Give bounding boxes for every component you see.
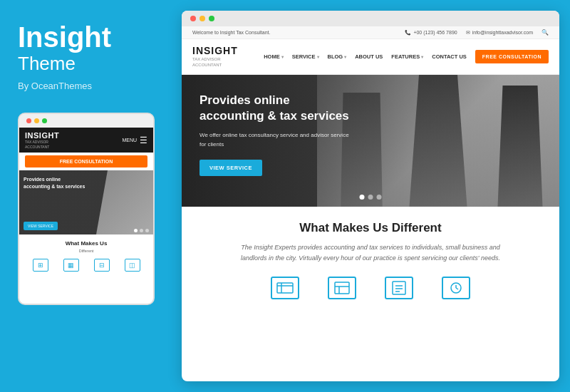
hero-carousel-dots <box>360 195 382 200</box>
mobile-top-bar <box>19 114 153 128</box>
hero-dot-1 <box>360 195 365 200</box>
svg-rect-0 <box>277 283 293 293</box>
desktop-wmud-section: What Makes Us Different The Insight Expe… <box>182 207 559 311</box>
mobile-bottom-section: What Makes Us Different ⊞ ▦ ⊟ ◫ <box>19 234 153 277</box>
desktop-top-bar <box>182 11 559 26</box>
mobile-mockup: INSIGHT TAX ADVISORACCOUNTANT MENU ☰ FRE… <box>18 113 155 305</box>
brand-title: Insight <box>18 21 157 53</box>
mobile-icon-1: ⊞ <box>33 259 48 272</box>
desktop-logo: INSIGHT TAX ADVISORACCOUNTANT <box>192 45 238 68</box>
header-contact: 📞 +00 (123) 456 7890 ✉ info@insighttaxad… <box>405 29 549 36</box>
features-arrow-icon: ▾ <box>421 54 423 59</box>
left-panel: Insight Theme By OceanThemes INSIGHT TAX… <box>0 0 175 392</box>
nav-menu: HOME ▾ SERVICE ▾ BLOG ▾ ABOUT US FEATURE… <box>264 50 549 63</box>
desktop-dot-green <box>209 16 214 21</box>
desktop-logo-sub: TAX ADVISORACCOUNTANT <box>192 56 238 68</box>
hero-dot-3 <box>377 195 382 200</box>
phone-icon: 📞 <box>405 30 411 36</box>
email-contact: ✉ info@insighttaxadvisor.com <box>466 30 533 36</box>
nav-features[interactable]: FEATURES ▾ <box>391 53 423 60</box>
mobile-dot-yellow <box>34 118 39 123</box>
mobile-icon-3: ⊟ <box>94 259 110 272</box>
header-welcome: Welcome to Insight Tax Consultant. <box>192 30 270 35</box>
mobile-logo-sub: TAX ADVISORACCOUNTANT <box>25 140 59 149</box>
desktop-nav: INSIGHT TAX ADVISORACCOUNTANT HOME ▾ SER… <box>182 39 559 75</box>
mobile-logo-text: INSIGHT <box>25 131 59 140</box>
mobile-icon-2: ▦ <box>63 259 79 272</box>
service-arrow-icon: ▾ <box>317 54 319 59</box>
svg-line-12 <box>456 288 458 289</box>
search-icon[interactable]: 🔍 <box>542 29 549 36</box>
wmud-title: What Makes Us Different <box>203 221 538 235</box>
mobile-hero: Provides online accounting & tax service… <box>19 170 153 234</box>
svg-rect-6 <box>393 282 405 294</box>
mobile-menu-label: MENU <box>122 138 137 143</box>
desktop-logo-text: INSIGHT <box>192 45 238 56</box>
wmud-description: The Insight Experts provides accounting … <box>228 242 513 264</box>
email-icon: ✉ <box>466 30 470 36</box>
phone-contact: 📞 +00 (123) 456 7890 <box>405 30 457 36</box>
mobile-dot-green <box>42 118 47 123</box>
mobile-icons-row: ⊞ ▦ ⊟ ◫ <box>25 259 147 272</box>
desktop-dot-yellow <box>200 16 205 21</box>
header-phone: +00 (123) 456 7890 <box>413 30 457 35</box>
wmud-icon-4 <box>442 277 470 299</box>
mobile-logo: INSIGHT TAX ADVISORACCOUNTANT <box>25 131 59 149</box>
carousel-dot-3 <box>145 229 149 232</box>
nav-cta-button[interactable]: FREE CONSULTATION <box>475 50 549 63</box>
brand-subtitle: Theme <box>18 53 157 75</box>
wmud-icons-row <box>203 277 538 299</box>
desktop-dot-red <box>190 16 196 21</box>
nav-about[interactable]: ABOUT US <box>355 53 383 60</box>
nav-blog[interactable]: BLOG ▾ <box>328 53 347 60</box>
nav-service[interactable]: SERVICE ▾ <box>292 53 319 60</box>
wmud-icon-3 <box>385 277 413 299</box>
carousel-dot-2 <box>140 229 143 232</box>
mobile-hero-bg <box>96 170 153 234</box>
wmud-icon-1 <box>271 277 299 299</box>
mobile-view-service-button[interactable]: VIEW SERVICE <box>24 222 58 230</box>
mobile-cta-button[interactable]: FREE CONSULTATION <box>25 155 147 167</box>
blog-arrow-icon: ▾ <box>344 54 346 59</box>
mobile-dot-red <box>26 118 31 123</box>
mobile-what-sub: Different <box>25 249 147 254</box>
carousel-dot-1 <box>134 229 138 232</box>
hero-view-service-button[interactable]: VIEW SERVICE <box>200 160 262 176</box>
header-email: info@insighttaxadvisor.com <box>472 30 533 35</box>
brand-by: By OceanThemes <box>18 81 157 91</box>
desktop-header-top: Welcome to Insight Tax Consultant. 📞 +00… <box>182 26 559 39</box>
hero-dot-2 <box>368 195 373 200</box>
hero-description: We offer online tax consultancy service … <box>200 131 356 150</box>
desktop-hero: Provides online accounting & tax service… <box>182 75 559 207</box>
hero-title: Provides online accounting & tax service… <box>200 93 356 124</box>
svg-rect-3 <box>335 282 349 294</box>
mobile-cta-bar: FREE CONSULTATION <box>19 153 153 170</box>
nav-home[interactable]: HOME ▾ <box>264 53 284 60</box>
mobile-nav: INSIGHT TAX ADVISORACCOUNTANT MENU ☰ <box>19 128 153 153</box>
nav-contact[interactable]: CONTACT US <box>432 53 467 60</box>
mobile-what-title: What Makes Us <box>25 240 147 247</box>
mobile-hero-text: Provides online accounting & tax service… <box>24 176 88 190</box>
desktop-mockup: Welcome to Insight Tax Consultant. 📞 +00… <box>182 11 559 381</box>
mobile-icon-4: ◫ <box>125 259 140 272</box>
hamburger-icon[interactable]: ☰ <box>140 135 147 145</box>
wmud-icon-2 <box>328 277 356 299</box>
mobile-carousel-dots <box>134 229 149 232</box>
home-arrow-icon: ▾ <box>281 54 284 59</box>
hero-content: Provides online accounting & tax service… <box>200 93 356 176</box>
